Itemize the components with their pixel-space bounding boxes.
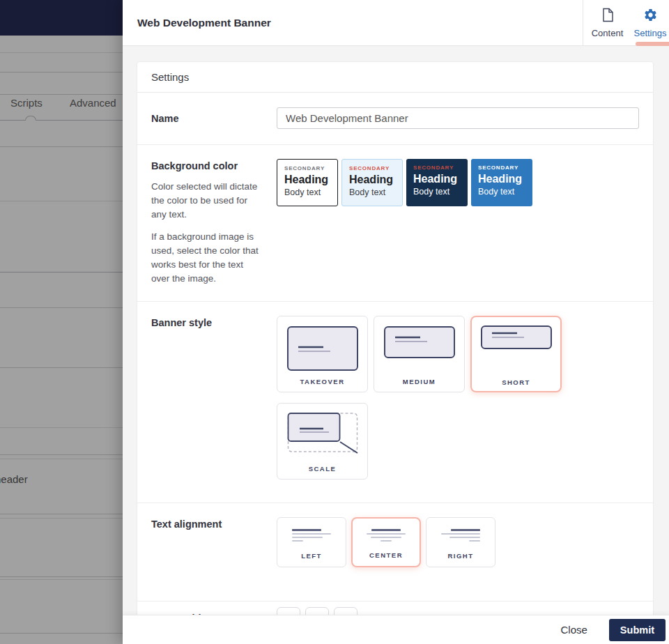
name-row: Name [137, 93, 653, 144]
tab-content[interactable]: Content [583, 0, 631, 45]
settings-drawer: Web Development Banner Content Settings [123, 0, 669, 644]
gear-icon [643, 8, 658, 25]
banner-style-option-short[interactable]: SHORT [470, 316, 562, 392]
banner-style-options: TAKEOVER [277, 316, 573, 480]
settings-section-title: Settings [137, 62, 653, 93]
swatch-secondary-label: SECONDARY [413, 164, 461, 171]
settings-card: Settings Name Background color Color sel… [137, 61, 654, 615]
swatch-secondary-label: SECONDARY [478, 164, 525, 171]
banner-style-option-takeover[interactable]: TAKEOVER [277, 316, 368, 392]
drawer-header: Web Development Banner Content Settings [123, 0, 669, 46]
text-position-options: ↖ ↑ ↗ [277, 607, 639, 615]
position-top-center-button[interactable]: ↑ [305, 607, 329, 615]
background-color-options: SECONDARY Heading Body text SECONDARY He… [277, 159, 639, 206]
drawer-body: Settings Name Background color Color sel… [123, 46, 669, 615]
swatch-secondary-label: SECONDARY [284, 165, 330, 171]
align-center-icon [367, 529, 406, 542]
background-color-description-2: If a background image is used, select th… [151, 230, 264, 286]
alignment-option-center[interactable]: CENTER [351, 517, 421, 567]
align-left-icon [292, 529, 331, 542]
position-top-right-button[interactable]: ↗ [334, 607, 357, 615]
text-position-label: Text position [151, 607, 277, 615]
banner-style-row: Banner style [137, 301, 653, 503]
swatch-body-label: Body text [349, 187, 395, 197]
background-color-label-group: Background color Color selected will dic… [151, 159, 277, 286]
position-top-left-button[interactable]: ↖ [277, 607, 300, 615]
banner-style-option-scale[interactable]: SCALE [277, 403, 368, 480]
bg-color-option-blue[interactable]: SECONDARY Heading Body text [471, 159, 532, 206]
background-color-label: Background color [151, 160, 277, 171]
background-color-row: Background color Color selected will dic… [137, 144, 653, 301]
swatch-heading-label: Heading [413, 173, 461, 185]
text-alignment-row: Text alignment LEFT [137, 503, 653, 601]
medium-style-thumbnail [384, 322, 455, 378]
tab-settings-label: Settings [634, 28, 667, 38]
banner-style-option-label: TAKEOVER [300, 378, 344, 385]
swatch-body-label: Body text [413, 187, 461, 197]
document-icon [601, 8, 614, 25]
scale-style-thumbnail [287, 409, 358, 465]
takeover-style-thumbnail [287, 322, 358, 378]
text-alignment-label: Text alignment [151, 517, 277, 567]
tab-settings[interactable]: Settings [631, 0, 669, 45]
tab-content-label: Content [592, 28, 624, 38]
background-color-description-1: Color selected will dictate the color to… [151, 180, 264, 222]
banner-style-option-label: SHORT [502, 378, 530, 386]
text-position-row: Text position ↖ ↑ ↗ [137, 601, 653, 615]
alignment-option-label: LEFT [301, 552, 322, 560]
bg-color-option-white[interactable]: SECONDARY Heading Body text [277, 159, 338, 206]
bg-color-option-dark-navy[interactable]: SECONDARY Heading Body text [406, 159, 468, 206]
swatch-heading-label: Heading [284, 174, 330, 186]
alignment-option-label: RIGHT [447, 552, 473, 560]
banner-style-option-label: MEDIUM [403, 378, 436, 385]
short-style-thumbnail [481, 323, 552, 378]
swatch-secondary-label: SECONDARY [349, 165, 395, 171]
name-input[interactable] [277, 107, 639, 129]
banner-style-label: Banner style [151, 316, 277, 480]
dimmed-background: Scripts Advanced header [0, 0, 123, 644]
text-alignment-options: LEFT CENTER [277, 517, 639, 567]
drawer-title: Web Development Banner [123, 0, 583, 45]
bg-color-option-light-blue[interactable]: SECONDARY Heading Body text [341, 159, 403, 206]
banner-style-option-medium[interactable]: MEDIUM [374, 316, 465, 392]
align-right-icon [441, 529, 480, 542]
modal-overlay [0, 0, 123, 644]
submit-button[interactable]: Submit [609, 619, 666, 641]
swatch-heading-label: Heading [478, 173, 525, 185]
drawer-footer: Close Submit [123, 615, 669, 644]
swatch-body-label: Body text [284, 187, 330, 197]
swatch-heading-label: Heading [349, 174, 395, 186]
name-label: Name [151, 113, 277, 124]
banner-style-option-label: SCALE [309, 465, 337, 473]
screen: Scripts Advanced header Web Development … [0, 0, 669, 644]
close-button[interactable]: Close [557, 623, 592, 636]
alignment-option-right[interactable]: RIGHT [426, 517, 495, 567]
alignment-option-left[interactable]: LEFT [277, 517, 346, 567]
swatch-body-label: Body text [478, 187, 525, 197]
alignment-option-label: CENTER [369, 551, 403, 559]
